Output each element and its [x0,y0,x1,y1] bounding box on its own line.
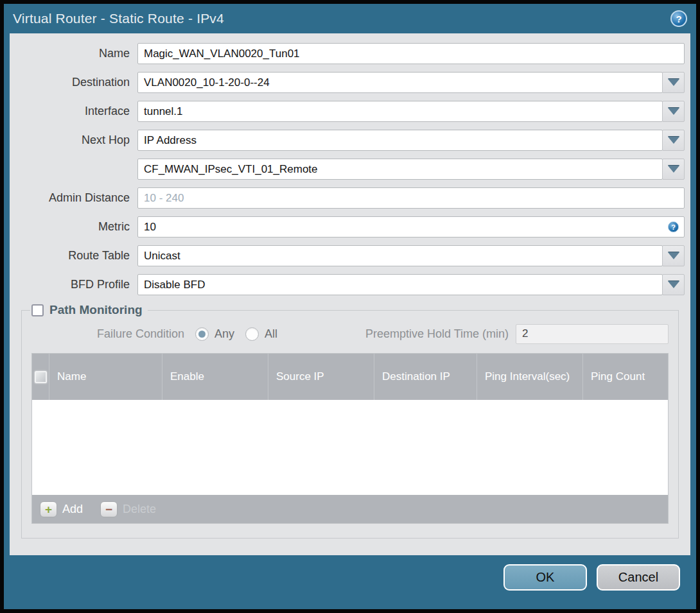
minus-icon: − [105,503,112,515]
interface-row: Interface [15,101,685,122]
bfd-profile-input[interactable] [137,274,663,295]
path-monitoring-checkbox[interactable] [31,304,44,316]
chevron-down-icon [668,79,679,86]
failure-condition-any-radio[interactable] [195,327,209,341]
next-hop-field-wrap [137,130,685,151]
preemptive-hold-time-input[interactable] [516,324,669,344]
table-toolbar: + Add − Delete [32,495,668,523]
column-header-destination-ip[interactable]: Destination IP [374,354,477,400]
metric-input[interactable] [137,216,685,237]
dialog-titlebar: Virtual Router - Static Route - IPv4 ? [4,4,696,33]
failure-condition-label: Failure Condition [31,327,184,341]
route-table-label: Route Table [15,249,137,263]
next-hop-address-field-wrap [137,159,685,180]
next-hop-type-input[interactable] [137,130,663,151]
chevron-down-icon [668,108,679,115]
admin-distance-label: Admin Distance [15,191,137,205]
interface-label: Interface [15,105,137,118]
cancel-button[interactable]: Cancel [597,564,680,591]
route-table-input[interactable] [137,245,663,266]
add-button-label: Add [62,503,83,516]
failure-condition-radio-group: Any All [184,327,277,341]
path-monitoring-table: Name Enable Source IP Destination IP Pin… [31,353,669,524]
next-hop-address-dropdown-button[interactable] [662,159,685,180]
admin-distance-field-wrap [137,187,685,209]
interface-input[interactable] [137,101,663,122]
table-body-empty [32,400,668,495]
table-select-all-cell [32,354,49,400]
metric-label: Metric [15,220,137,234]
path-monitoring-section: Path Monitoring Failure Condition Any Al… [21,303,679,539]
next-hop-dropdown-button[interactable] [662,130,685,151]
bfd-profile-dropdown-button[interactable] [662,274,685,295]
dialog-title: Virtual Router - Static Route - IPv4 [13,11,670,26]
add-button[interactable]: + Add [40,501,83,517]
ok-button[interactable]: OK [503,564,587,591]
chevron-down-icon [668,137,679,144]
column-header-source-ip[interactable]: Source IP [268,354,374,400]
metric-row: Metric ? [15,216,685,237]
plus-icon: + [45,503,52,515]
destination-input[interactable] [137,72,663,93]
destination-field-wrap [137,72,685,93]
next-hop-address-input[interactable] [137,159,663,180]
failure-condition-row: Failure Condition Any All Preemptive Hol… [31,324,669,344]
name-row: Name [15,43,685,64]
destination-dropdown-button[interactable] [662,72,685,93]
interface-dropdown-button[interactable] [662,101,685,122]
preemptive-hold-time-group: Preemptive Hold Time (min) [365,324,669,344]
next-hop-row: Next Hop [15,130,685,151]
column-header-enable[interactable]: Enable [162,354,268,400]
bfd-profile-row: BFD Profile [15,274,685,295]
column-header-ping-interval[interactable]: Ping Interval(sec) [477,354,582,400]
plus-icon-chip: + [40,501,57,517]
failure-condition-all-radio[interactable] [245,327,259,341]
delete-button-label: Delete [123,503,156,516]
destination-row: Destination [15,72,685,93]
select-all-checkbox[interactable] [35,371,47,383]
delete-button[interactable]: − Delete [100,501,156,517]
next-hop-label: Next Hop [15,134,137,147]
column-header-name[interactable]: Name [49,354,162,400]
interface-field-wrap [137,101,685,122]
destination-label: Destination [15,76,137,89]
failure-condition-all-label: All [265,327,277,341]
preemptive-hold-time-label: Preemptive Hold Time (min) [365,327,509,341]
help-icon[interactable]: ? [670,10,687,27]
dialog-content: Name Destination Interface Next Hop [10,33,690,555]
name-label: Name [15,47,137,60]
minus-icon-chip: − [100,501,118,517]
route-table-row: Route Table [15,245,685,266]
table-header-row: Name Enable Source IP Destination IP Pin… [32,354,668,400]
name-field-wrap [137,43,685,64]
bfd-profile-label: BFD Profile [15,278,137,291]
name-input[interactable] [137,43,685,64]
static-route-dialog: Virtual Router - Static Route - IPv4 ? N… [0,0,700,613]
route-table-field-wrap [137,245,685,266]
chevron-down-icon [668,166,679,173]
next-hop-address-row [15,159,685,180]
chevron-down-icon [668,281,679,288]
bfd-profile-field-wrap [137,274,685,295]
column-header-ping-count[interactable]: Ping Count [582,354,668,400]
admin-distance-input[interactable] [137,187,685,209]
dialog-footer: OK Cancel [4,555,696,591]
help-icon[interactable]: ? [668,221,679,232]
chevron-down-icon [668,252,679,259]
metric-field-wrap: ? [137,216,685,237]
path-monitoring-title: Path Monitoring [49,303,143,317]
failure-condition-any-label: Any [214,327,234,341]
path-monitoring-legend: Path Monitoring [30,303,148,317]
route-table-dropdown-button[interactable] [662,245,685,266]
admin-distance-row: Admin Distance [15,187,685,209]
